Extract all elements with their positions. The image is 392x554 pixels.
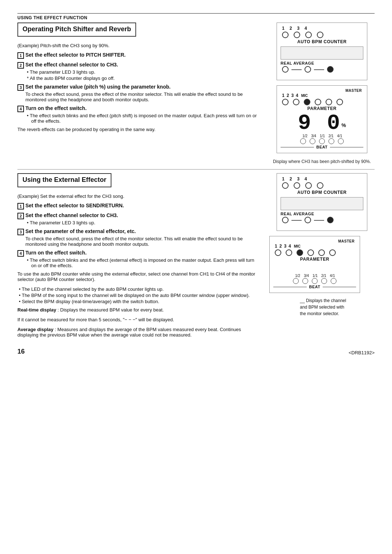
section2-step3: 3 Set the parameter of the external effe… — [17, 228, 259, 247]
real2-circle — [282, 217, 289, 223]
section1-step4: 4 Turn on the effect switch. The effect … — [17, 105, 259, 124]
real-avg-label-1: REAL AVERAGE — [281, 61, 363, 65]
param2-circle-4 — [307, 249, 314, 256]
real-avg-line2 — [314, 69, 324, 70]
beat-circle-5 — [338, 138, 344, 144]
section2-step1: 1 Set the effect selector to SEND/RETURN… — [17, 203, 259, 209]
section2-title: Using the External Effector — [23, 176, 106, 183]
param-diagram-2: MASTER 1 2 3 4 MIC — [269, 236, 360, 293]
step4-num: 4 — [17, 106, 24, 112]
beat2-circle-4 — [321, 278, 327, 284]
s2-abpm-bullet1: The LED of the channel selected by the a… — [17, 286, 259, 292]
page-number: 16 — [17, 348, 25, 355]
param-circle-3-filled — [304, 99, 310, 105]
param-label-1: PARAMETER — [281, 106, 363, 111]
param-label-2: PARAMETER — [273, 257, 356, 262]
beat-line-left-1 — [281, 147, 314, 147]
step1-num: 1 — [17, 52, 24, 59]
avg-circle — [305, 66, 311, 73]
top-rule — [17, 13, 375, 14]
s2-param-wrapper: MASTER 1 2 3 4 MIC — [269, 236, 375, 296]
step4-bullet1: The effect switch blinks and the effect … — [25, 113, 259, 124]
bpm-circle-3 — [305, 32, 312, 38]
s2-step2-label: Set the effect channel selector to CH3. — [25, 212, 118, 218]
param-circle-5 — [326, 99, 332, 105]
s2-step4-num: 4 — [17, 250, 24, 257]
beat-text-2: BEAT — [307, 285, 322, 289]
section-header: USING THE EFFECT FUNCTION — [17, 15, 375, 20]
beat-circle-4 — [328, 138, 334, 144]
real-avg-line — [291, 69, 302, 70]
bpm-circles-2 — [282, 182, 363, 189]
doc-code: <DRB1192> — [348, 350, 375, 355]
beat-label-box-1: BEAT — [281, 145, 363, 149]
s2-step2-bullet1: The parameter LED 3 lights up. — [25, 220, 259, 225]
beat2-circle-3 — [312, 278, 318, 284]
avg2-circle — [305, 217, 311, 223]
beat2-circle-1 — [293, 278, 299, 284]
auto-bpm-label-2: AUTO BPM COUNTER — [281, 190, 363, 195]
bpm-circle-4 — [317, 32, 323, 38]
s2-abpm-bullet2: The BPM of the song input to the channel… — [17, 293, 259, 298]
step1-label: Set the effect selector to PITCH SHIFTER… — [25, 52, 126, 58]
real-avg-line2b — [314, 220, 324, 221]
step2-header: 2 Set the effect channel selector to CH3… — [17, 62, 259, 69]
param2-circle-1 — [275, 249, 281, 256]
bpm-diagram-1: 1 2 3 4 AUTO BPM COUNTER REAL AVERAGE — [277, 23, 367, 80]
section1-step1: 1 Set the effect selector to PITCH SHIFT… — [17, 52, 259, 59]
s2-step3-body: To check the effect sound, press the eff… — [25, 236, 259, 247]
channel-note-row: MASTER 1 2 3 4 MIC — [269, 236, 375, 296]
section1-left: Operating Pitch Shifter and Reverb (Exam… — [17, 23, 269, 164]
s2-step3-label: Set the parameter of the external effect… — [25, 228, 136, 234]
param-circles-2 — [275, 249, 356, 256]
realtime-body: : Displays the measured BPM value for ev… — [58, 307, 164, 313]
s2-step2-body: The parameter LED 3 lights up. — [25, 220, 259, 225]
step3-num: 3 — [17, 84, 24, 91]
bpm2-circle-1 — [282, 182, 289, 189]
beat-nums-1: 1/2 3/4 1/1 2/1 4/1 — [302, 134, 342, 138]
s2-step1-label: Set the effect selector to SEND/RETURN. — [25, 203, 124, 208]
section1-titlebox: Operating Pitch Shifter and Reverb — [17, 23, 136, 37]
s2-step1-num: 1 — [17, 203, 24, 209]
beat-circle-2 — [310, 138, 315, 144]
step2-num: 2 — [17, 62, 24, 69]
step2-starbullet1: All the auto BPM counter displays go off… — [25, 76, 259, 81]
param-nums-row-1: 1 2 3 4 MIC — [281, 93, 363, 98]
s2-step1-header: 1 Set the effect selector to SEND/RETURN… — [17, 203, 259, 209]
step4-label: Turn on the effect switch. — [25, 105, 87, 111]
param-diagram-1: MASTER 1 2 3 4 MIC PARAMETER — [277, 85, 367, 153]
step2-bullet1: The parameter LED 3 lights up. — [25, 69, 259, 75]
param-circle-6 — [336, 99, 343, 105]
step3-body: To check the effect sound, press the eff… — [25, 91, 259, 102]
average-label: Average display — [17, 327, 53, 332]
section1-title: Operating Pitch Shifter and Reverb — [23, 25, 131, 33]
section1-step2: 2 Set the effect channel selector to CH3… — [17, 62, 259, 81]
s2-step3-header: 3 Set the parameter of the external effe… — [17, 228, 259, 235]
section2-right: 1 2 3 4 AUTO BPM COUNTER REAL AVERAGE — [269, 173, 375, 342]
s2-step2-num: 2 — [17, 213, 24, 219]
page: USING THE EFFECT FUNCTION Operating Pitc… — [0, 0, 392, 554]
s2-step2-header: 2 Set the effect channel selector to CH3… — [17, 212, 259, 219]
beat2-circle-2 — [302, 278, 308, 284]
beat-text-1: BEAT — [314, 145, 330, 149]
avg-circle-filled — [327, 66, 334, 73]
beat-line-left-2 — [273, 287, 307, 287]
realtime-label: Real-time display — [17, 307, 56, 313]
section2-dash-note: If it cannot be measured for more than 5… — [17, 317, 259, 322]
section1-step3: 3 Set the parameter value (pitch %) usin… — [17, 84, 259, 102]
param-circle-2 — [293, 99, 299, 105]
beat-circle-3 — [319, 138, 325, 144]
param-circles-1 — [282, 99, 363, 105]
step2-label: Set the effect channel selector to CH3. — [25, 62, 118, 68]
s2-step3-num: 3 — [17, 229, 24, 235]
section2-example: (Example) Set the external effect for th… — [17, 194, 259, 199]
section1-content: Operating Pitch Shifter and Reverb (Exam… — [17, 23, 375, 164]
section2-auto-bpm-bullets: The LED of the channel selected by the a… — [17, 286, 259, 304]
bpm-window-2 — [281, 197, 363, 210]
avg2-circle-filled — [327, 217, 334, 223]
step1-header: 1 Set the effect selector to PITCH SHIFT… — [17, 52, 259, 59]
real-avg-row-2 — [281, 217, 363, 223]
bpm-nums-1: 1 2 3 4 — [282, 26, 363, 31]
auto-bpm-label-1: AUTO BPM COUNTER — [281, 39, 363, 44]
param2-circle-5 — [318, 249, 325, 256]
